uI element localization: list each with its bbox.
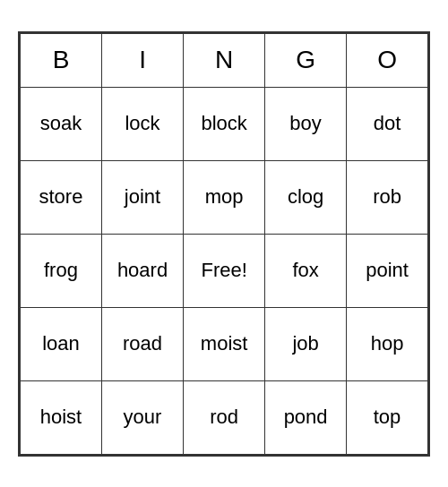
header-col-g: G	[265, 33, 347, 87]
bingo-row-1: storejointmopclogrob	[21, 160, 428, 234]
bingo-cell-2-3: fox	[265, 234, 347, 307]
bingo-cell-0-0: soak	[21, 87, 102, 160]
bingo-cell-4-4: top	[347, 380, 428, 454]
header-col-b: B	[21, 33, 102, 87]
bingo-cell-0-4: dot	[347, 87, 428, 160]
bingo-cell-3-0: loan	[21, 307, 102, 380]
bingo-row-3: loanroadmoistjobhop	[21, 307, 428, 380]
bingo-cell-1-1: joint	[101, 160, 183, 234]
bingo-row-4: hoistyourrodpondtop	[21, 380, 428, 454]
bingo-cell-1-2: mop	[184, 160, 265, 234]
bingo-cell-4-1: your	[101, 380, 183, 454]
bingo-cell-4-0: hoist	[21, 380, 102, 454]
header-col-i: I	[101, 33, 183, 87]
bingo-cell-4-2: rod	[184, 380, 265, 454]
header-row: BINGO	[21, 33, 428, 87]
bingo-cell-3-1: road	[101, 307, 183, 380]
bingo-cell-4-3: pond	[265, 380, 347, 454]
bingo-cell-1-0: store	[21, 160, 102, 234]
bingo-cell-2-0: frog	[21, 234, 102, 307]
bingo-cell-3-2: moist	[184, 307, 265, 380]
bingo-cell-0-2: block	[184, 87, 265, 160]
bingo-cell-0-1: lock	[101, 87, 183, 160]
bingo-cell-2-4: point	[347, 234, 428, 307]
bingo-cell-0-3: boy	[265, 87, 347, 160]
bingo-row-0: soaklockblockboydot	[21, 87, 428, 160]
header-col-o: O	[347, 33, 428, 87]
bingo-cell-3-4: hop	[347, 307, 428, 380]
bingo-cell-2-2: Free!	[184, 234, 265, 307]
header-col-n: N	[184, 33, 265, 87]
bingo-card: BINGO soaklockblockboydotstorejointmopcl…	[18, 31, 430, 457]
bingo-cell-1-4: rob	[347, 160, 428, 234]
bingo-row-2: froghoardFree!foxpoint	[21, 234, 428, 307]
bingo-table: BINGO soaklockblockboydotstorejointmopcl…	[20, 33, 428, 455]
bingo-cell-2-1: hoard	[101, 234, 183, 307]
bingo-cell-3-3: job	[265, 307, 347, 380]
bingo-cell-1-3: clog	[265, 160, 347, 234]
